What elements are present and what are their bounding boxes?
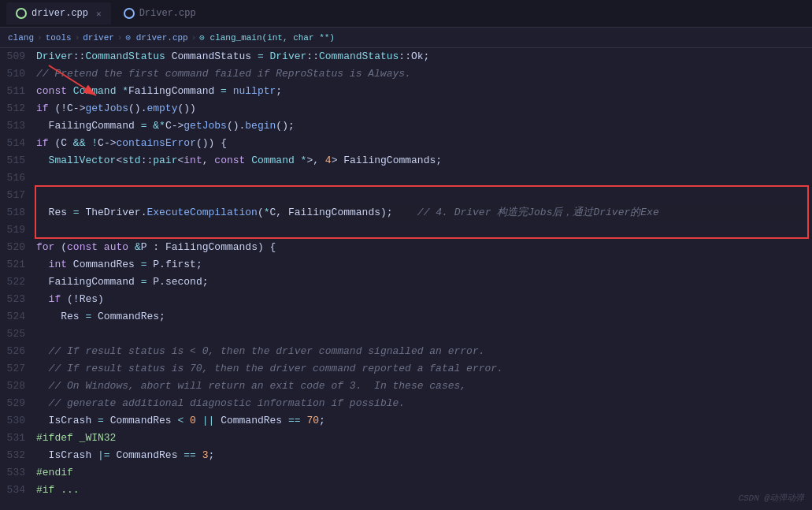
code-line-517 bbox=[36, 187, 812, 204]
tab-label-driver: driver.cpp bbox=[32, 8, 88, 19]
breadcrumb-file: ⊙ driver.cpp bbox=[125, 32, 187, 43]
close-tab-driver[interactable]: ✕ bbox=[96, 9, 102, 19]
code-line-530: IsCrash = CommandRes < 0 || CommandRes =… bbox=[36, 412, 812, 430]
code-line-533: #endif bbox=[36, 464, 812, 482]
breadcrumb-clang: clang bbox=[8, 33, 34, 43]
code-line-527: // If result status is 70, then the driv… bbox=[36, 360, 812, 378]
tab-driver-cpp[interactable]: driver.cpp ✕ bbox=[6, 2, 111, 24]
code-line-520: for (const auto &P : FailingCommands) { bbox=[36, 239, 812, 256]
code-line-512: if (!C->getJobs().empty()) bbox=[36, 100, 812, 117]
tab-Driver-cpp[interactable]: Driver.cpp bbox=[114, 2, 206, 24]
line-numbers: 509 510 511 512 513 514 515 516 517 518 … bbox=[0, 48, 33, 510]
code-line-509: Driver::CommandStatus CommandStatus = Dr… bbox=[36, 48, 812, 65]
code-line-531: #ifdef _WIN32 bbox=[36, 430, 812, 447]
code-line-523: if (!Res) bbox=[36, 291, 812, 308]
code-line-525 bbox=[36, 326, 812, 343]
code-line-511: const Command *FailingCommand = nullptr; bbox=[36, 83, 812, 100]
code-line-532: IsCrash |= CommandRes == 3; bbox=[36, 447, 812, 464]
code-line-516 bbox=[36, 169, 812, 187]
code-line-526: // If result status is < 0, then the dri… bbox=[36, 343, 812, 360]
code-line-521: int CommandRes = P.first; bbox=[36, 256, 812, 274]
code-line-510: // Pretend the first command failed if R… bbox=[36, 65, 812, 83]
code-line-514: if (C && !C->containsError()) { bbox=[36, 135, 812, 152]
code-line-534: #if ... bbox=[36, 482, 812, 499]
tab-label-Driver: Driver.cpp bbox=[139, 8, 196, 19]
code-line-522: FailingCommand = P.second; bbox=[36, 274, 812, 291]
breadcrumb: clang › tools › driver › ⊙ driver.cpp › … bbox=[0, 28, 812, 48]
breadcrumb-function: ⊙ clang_main(int, char **) bbox=[199, 32, 335, 43]
code-line-524: Res = CommandRes; bbox=[36, 308, 812, 326]
code-line-518: Res = TheDriver.ExecuteCompilation(*C, F… bbox=[36, 204, 812, 221]
editor: 509 510 511 512 513 514 515 516 517 518 … bbox=[0, 48, 812, 510]
code-line-515: SmallVector<std::pair<int, const Command… bbox=[36, 152, 812, 169]
breadcrumb-tools: tools bbox=[46, 33, 72, 43]
code-line-519 bbox=[36, 221, 812, 239]
file-icon-Driver bbox=[124, 8, 135, 19]
code-area: Driver::CommandStatus CommandStatus = Dr… bbox=[33, 48, 812, 510]
breadcrumb-driver: driver bbox=[83, 33, 114, 43]
code-line-528: // On Windows, abort will return an exit… bbox=[36, 378, 812, 395]
code-line-513: FailingCommand = &*C->getJobs().begin(); bbox=[36, 117, 812, 135]
title-bar: driver.cpp ✕ Driver.cpp bbox=[0, 0, 812, 28]
watermark: CSDN @动弹动弹 bbox=[738, 492, 804, 504]
code-line-529: // generate additional diagnostic inform… bbox=[36, 395, 812, 412]
file-icon-driver bbox=[16, 8, 27, 19]
